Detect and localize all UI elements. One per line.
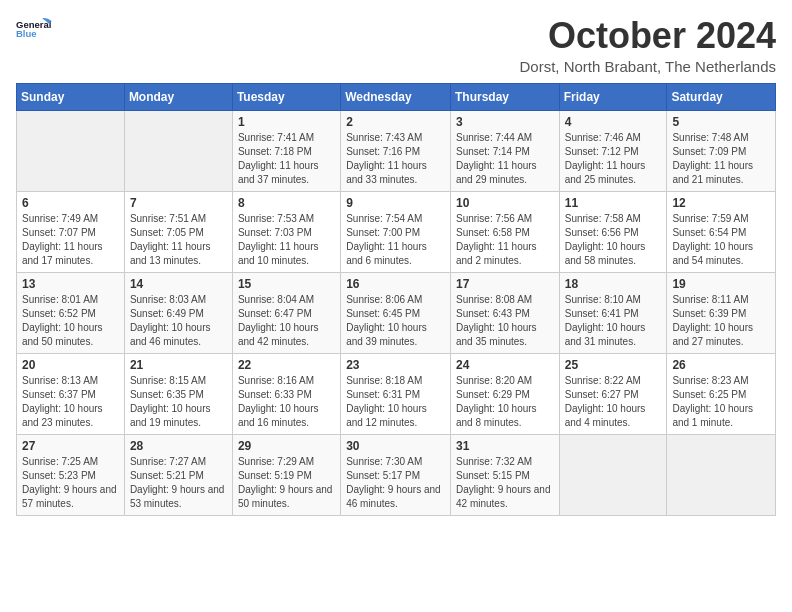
day-info: Sunrise: 8:16 AM Sunset: 6:33 PM Dayligh… — [238, 374, 335, 430]
day-info: Sunrise: 8:10 AM Sunset: 6:41 PM Dayligh… — [565, 293, 662, 349]
cell-w2-d4: 10Sunrise: 7:56 AM Sunset: 6:58 PM Dayli… — [450, 191, 559, 272]
day-info: Sunrise: 7:44 AM Sunset: 7:14 PM Dayligh… — [456, 131, 554, 187]
day-info: Sunrise: 8:04 AM Sunset: 6:47 PM Dayligh… — [238, 293, 335, 349]
cell-w4-d2: 22Sunrise: 8:16 AM Sunset: 6:33 PM Dayli… — [232, 353, 340, 434]
cell-w4-d0: 20Sunrise: 8:13 AM Sunset: 6:37 PM Dayli… — [17, 353, 125, 434]
location-title: Dorst, North Brabant, The Netherlands — [519, 58, 776, 75]
calendar-header-row: Sunday Monday Tuesday Wednesday Thursday… — [17, 83, 776, 110]
month-title: October 2024 — [519, 16, 776, 56]
cell-w4-d5: 25Sunrise: 8:22 AM Sunset: 6:27 PM Dayli… — [559, 353, 667, 434]
cell-w4-d4: 24Sunrise: 8:20 AM Sunset: 6:29 PM Dayli… — [450, 353, 559, 434]
day-info: Sunrise: 7:58 AM Sunset: 6:56 PM Dayligh… — [565, 212, 662, 268]
day-number: 23 — [346, 358, 445, 372]
day-number: 19 — [672, 277, 770, 291]
cell-w1-d2: 1Sunrise: 7:41 AM Sunset: 7:18 PM Daylig… — [232, 110, 340, 191]
day-number: 8 — [238, 196, 335, 210]
day-number: 11 — [565, 196, 662, 210]
day-info: Sunrise: 7:46 AM Sunset: 7:12 PM Dayligh… — [565, 131, 662, 187]
cell-w5-d0: 27Sunrise: 7:25 AM Sunset: 5:23 PM Dayli… — [17, 434, 125, 515]
day-number: 13 — [22, 277, 119, 291]
col-friday: Friday — [559, 83, 667, 110]
cell-w5-d1: 28Sunrise: 7:27 AM Sunset: 5:21 PM Dayli… — [124, 434, 232, 515]
day-number: 5 — [672, 115, 770, 129]
cell-w3-d5: 18Sunrise: 8:10 AM Sunset: 6:41 PM Dayli… — [559, 272, 667, 353]
day-info: Sunrise: 7:43 AM Sunset: 7:16 PM Dayligh… — [346, 131, 445, 187]
day-info: Sunrise: 8:23 AM Sunset: 6:25 PM Dayligh… — [672, 374, 770, 430]
cell-w3-d3: 16Sunrise: 8:06 AM Sunset: 6:45 PM Dayli… — [341, 272, 451, 353]
day-info: Sunrise: 8:22 AM Sunset: 6:27 PM Dayligh… — [565, 374, 662, 430]
logo: General Blue — [16, 16, 56, 46]
day-number: 27 — [22, 439, 119, 453]
cell-w1-d4: 3Sunrise: 7:44 AM Sunset: 7:14 PM Daylig… — [450, 110, 559, 191]
cell-w1-d1 — [124, 110, 232, 191]
week-row-2: 6Sunrise: 7:49 AM Sunset: 7:07 PM Daylig… — [17, 191, 776, 272]
day-number: 1 — [238, 115, 335, 129]
day-info: Sunrise: 8:11 AM Sunset: 6:39 PM Dayligh… — [672, 293, 770, 349]
day-number: 7 — [130, 196, 227, 210]
cell-w3-d4: 17Sunrise: 8:08 AM Sunset: 6:43 PM Dayli… — [450, 272, 559, 353]
cell-w5-d6 — [667, 434, 776, 515]
cell-w1-d5: 4Sunrise: 7:46 AM Sunset: 7:12 PM Daylig… — [559, 110, 667, 191]
col-tuesday: Tuesday — [232, 83, 340, 110]
cell-w2-d1: 7Sunrise: 7:51 AM Sunset: 7:05 PM Daylig… — [124, 191, 232, 272]
day-info: Sunrise: 8:08 AM Sunset: 6:43 PM Dayligh… — [456, 293, 554, 349]
cell-w2-d2: 8Sunrise: 7:53 AM Sunset: 7:03 PM Daylig… — [232, 191, 340, 272]
day-number: 12 — [672, 196, 770, 210]
week-row-5: 27Sunrise: 7:25 AM Sunset: 5:23 PM Dayli… — [17, 434, 776, 515]
col-thursday: Thursday — [450, 83, 559, 110]
cell-w3-d6: 19Sunrise: 8:11 AM Sunset: 6:39 PM Dayli… — [667, 272, 776, 353]
day-number: 6 — [22, 196, 119, 210]
day-info: Sunrise: 7:27 AM Sunset: 5:21 PM Dayligh… — [130, 455, 227, 511]
col-saturday: Saturday — [667, 83, 776, 110]
day-number: 20 — [22, 358, 119, 372]
day-number: 18 — [565, 277, 662, 291]
day-info: Sunrise: 7:25 AM Sunset: 5:23 PM Dayligh… — [22, 455, 119, 511]
cell-w2-d3: 9Sunrise: 7:54 AM Sunset: 7:00 PM Daylig… — [341, 191, 451, 272]
day-number: 15 — [238, 277, 335, 291]
day-info: Sunrise: 8:18 AM Sunset: 6:31 PM Dayligh… — [346, 374, 445, 430]
cell-w4-d1: 21Sunrise: 8:15 AM Sunset: 6:35 PM Dayli… — [124, 353, 232, 434]
day-info: Sunrise: 7:48 AM Sunset: 7:09 PM Dayligh… — [672, 131, 770, 187]
col-wednesday: Wednesday — [341, 83, 451, 110]
day-number: 24 — [456, 358, 554, 372]
week-row-1: 1Sunrise: 7:41 AM Sunset: 7:18 PM Daylig… — [17, 110, 776, 191]
day-info: Sunrise: 8:15 AM Sunset: 6:35 PM Dayligh… — [130, 374, 227, 430]
day-number: 2 — [346, 115, 445, 129]
day-info: Sunrise: 8:13 AM Sunset: 6:37 PM Dayligh… — [22, 374, 119, 430]
day-info: Sunrise: 7:29 AM Sunset: 5:19 PM Dayligh… — [238, 455, 335, 511]
cell-w5-d4: 31Sunrise: 7:32 AM Sunset: 5:15 PM Dayli… — [450, 434, 559, 515]
cell-w5-d2: 29Sunrise: 7:29 AM Sunset: 5:19 PM Dayli… — [232, 434, 340, 515]
cell-w4-d6: 26Sunrise: 8:23 AM Sunset: 6:25 PM Dayli… — [667, 353, 776, 434]
day-info: Sunrise: 7:49 AM Sunset: 7:07 PM Dayligh… — [22, 212, 119, 268]
day-info: Sunrise: 7:59 AM Sunset: 6:54 PM Dayligh… — [672, 212, 770, 268]
day-number: 30 — [346, 439, 445, 453]
svg-text:Blue: Blue — [16, 28, 37, 39]
cell-w3-d0: 13Sunrise: 8:01 AM Sunset: 6:52 PM Dayli… — [17, 272, 125, 353]
day-number: 4 — [565, 115, 662, 129]
calendar-table: Sunday Monday Tuesday Wednesday Thursday… — [16, 83, 776, 516]
cell-w5-d5 — [559, 434, 667, 515]
day-info: Sunrise: 8:03 AM Sunset: 6:49 PM Dayligh… — [130, 293, 227, 349]
day-info: Sunrise: 7:32 AM Sunset: 5:15 PM Dayligh… — [456, 455, 554, 511]
week-row-3: 13Sunrise: 8:01 AM Sunset: 6:52 PM Dayli… — [17, 272, 776, 353]
day-number: 3 — [456, 115, 554, 129]
cell-w1-d6: 5Sunrise: 7:48 AM Sunset: 7:09 PM Daylig… — [667, 110, 776, 191]
day-number: 31 — [456, 439, 554, 453]
logo-svg: General Blue — [16, 16, 56, 46]
cell-w3-d1: 14Sunrise: 8:03 AM Sunset: 6:49 PM Dayli… — [124, 272, 232, 353]
cell-w1-d3: 2Sunrise: 7:43 AM Sunset: 7:16 PM Daylig… — [341, 110, 451, 191]
day-number: 14 — [130, 277, 227, 291]
calendar-page: General Blue October 2024 Dorst, North B… — [0, 0, 792, 526]
day-info: Sunrise: 7:41 AM Sunset: 7:18 PM Dayligh… — [238, 131, 335, 187]
day-info: Sunrise: 8:20 AM Sunset: 6:29 PM Dayligh… — [456, 374, 554, 430]
col-sunday: Sunday — [17, 83, 125, 110]
day-number: 25 — [565, 358, 662, 372]
day-number: 9 — [346, 196, 445, 210]
col-monday: Monday — [124, 83, 232, 110]
day-number: 29 — [238, 439, 335, 453]
cell-w2-d0: 6Sunrise: 7:49 AM Sunset: 7:07 PM Daylig… — [17, 191, 125, 272]
day-info: Sunrise: 7:53 AM Sunset: 7:03 PM Dayligh… — [238, 212, 335, 268]
cell-w3-d2: 15Sunrise: 8:04 AM Sunset: 6:47 PM Dayli… — [232, 272, 340, 353]
cell-w2-d6: 12Sunrise: 7:59 AM Sunset: 6:54 PM Dayli… — [667, 191, 776, 272]
day-info: Sunrise: 7:56 AM Sunset: 6:58 PM Dayligh… — [456, 212, 554, 268]
